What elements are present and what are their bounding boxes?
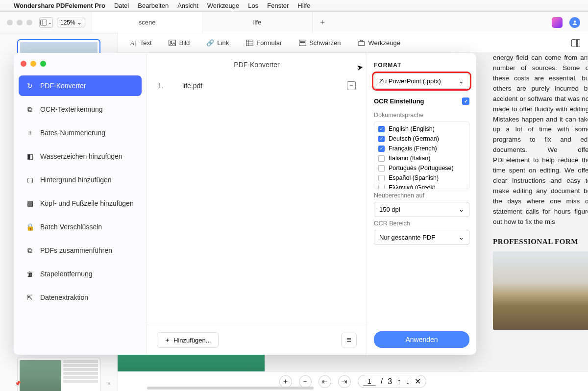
window-min-dot[interactable] (17, 20, 23, 25)
sidebar-item-wasser[interactable]: ◧Wasserzeichen hinzufügen (19, 146, 142, 167)
modal-minimize-button[interactable] (30, 61, 36, 67)
list-options-button[interactable]: ≡ (341, 333, 357, 347)
prev-page-button[interactable]: ↑ (397, 377, 401, 386)
tool-text[interactable]: A|Text (129, 39, 152, 47)
dpi-select[interactable]: 150 dpi⌄ (374, 202, 469, 217)
file-list: 1. life.pdf ☰ (147, 73, 367, 325)
menu-los[interactable]: Los (248, 2, 258, 9)
document-tabs: scene life ＋ (92, 12, 552, 33)
right-panel-toggle-icon[interactable] (571, 39, 580, 47)
page-sep: / (381, 377, 383, 386)
tool-bild[interactable]: Bild (169, 39, 190, 47)
horizontal-scrollbar[interactable] (147, 387, 314, 390)
sidebar-item-label: PDF-Konverter (40, 82, 86, 90)
tab-scene[interactable]: scene (92, 12, 202, 33)
next-page-button[interactable]: ↓ (406, 377, 410, 386)
sidebar-item-pdf-konverter[interactable]: ↻PDF-Konverter (19, 75, 142, 96)
app-name[interactable]: Wondershare PDFelement Pro (14, 2, 105, 9)
sidebar-item-hintergrund[interactable]: ▢Hintergrund hinzufügen (19, 170, 142, 190)
last-page-button[interactable]: ⇥ (338, 375, 351, 388)
zoom-in-button[interactable]: ＋ (279, 375, 292, 388)
redact-icon (298, 39, 306, 47)
language-option[interactable]: Español (Spanish) (377, 173, 466, 183)
ocr-range-select[interactable]: Nur gescannte PDF⌄ (374, 230, 469, 245)
chevron-down-icon: ⌄ (459, 234, 464, 241)
menu-datei[interactable]: Datei (114, 2, 129, 9)
language-option[interactable]: ✓Deutsch (German) (377, 134, 466, 144)
language-option[interactable]: Ελληνικά (Greek) (377, 183, 466, 189)
language-checkbox[interactable] (378, 165, 385, 171)
app-badge-icon[interactable] (552, 17, 563, 28)
add-file-button[interactable]: ＋ Hinzufügen... (157, 332, 219, 348)
window-close-dot[interactable] (7, 20, 13, 25)
modal-center: PDF-Konverter 1. life.pdf ☰ ＋ Hinzufügen… (147, 53, 367, 355)
language-option[interactable]: Português (Portuguese) (377, 163, 466, 173)
file-row-number: 1. (158, 82, 168, 90)
tool-werkzeuge[interactable]: Werkzeuge (358, 39, 401, 47)
mac-menubar: Wondershare PDFelement Pro Datei Bearbei… (0, 0, 588, 12)
language-checkbox[interactable]: ✓ (378, 126, 385, 132)
modal-sidebar: ↻PDF-Konverter⧉OCR-Texterkennung⌗Bates-N… (14, 53, 147, 355)
menu-bearbeiten[interactable]: Bearbeiten (138, 2, 169, 9)
apply-button[interactable]: Anwenden (374, 331, 469, 348)
language-checkbox[interactable] (378, 175, 385, 181)
language-option[interactable]: ✓Français (French) (377, 144, 466, 153)
add-tab-button[interactable]: ＋ (313, 12, 332, 33)
language-checkbox[interactable] (378, 185, 385, 190)
menu-werkzeuge[interactable]: Werkzeuge (207, 2, 240, 9)
file-row[interactable]: 1. life.pdf ☰ (158, 77, 356, 94)
zoom-select[interactable]: 125% ⌄ (57, 18, 85, 27)
collapse-sidebar-icon[interactable]: « (107, 381, 110, 386)
first-page-button[interactable]: ⇤ (318, 375, 331, 388)
sidebar-toggle-button[interactable]: ⌄ (39, 17, 53, 28)
sidebar-item-batch[interactable]: 🔒Batch Verschlüsseln (19, 217, 142, 237)
sidebar-item-label: OCR-Texterkennung (40, 105, 103, 113)
svg-rect-15 (358, 42, 365, 46)
page-thumbnail-2[interactable] (17, 358, 100, 391)
zoom-out-button[interactable]: － (299, 375, 312, 388)
sidebar-item-merge[interactable]: ⧉PDFs zusammenführen (19, 240, 142, 261)
language-list[interactable]: ✓English (English)✓Deutsch (German)✓Fran… (374, 122, 469, 189)
ocr-enable-checkbox[interactable]: ✓ (462, 98, 469, 105)
sidebar-item-stapel[interactable]: 🗑Stapelentfernung (19, 264, 142, 284)
document-lower-image (118, 352, 265, 371)
menu-hilfe[interactable]: Hilfe (297, 2, 310, 9)
sidebar-item-bates[interactable]: ⌗Bates-Nummerierung (19, 122, 142, 143)
language-checkbox[interactable]: ✓ (378, 136, 385, 142)
ocr-icon: ⧉ (25, 105, 34, 114)
modal-zoom-button[interactable] (40, 61, 46, 67)
form-icon (245, 39, 253, 47)
daten-icon: ⇱ (25, 293, 34, 302)
modal-close-button[interactable] (21, 61, 26, 67)
document-language-label: Dokumentsprache (374, 112, 469, 119)
tool-schwaerzen[interactable]: Schwärzen (298, 39, 341, 47)
sidebar-item-kopf[interactable]: ▤Kopf- und Fußzeile hinzufügen (19, 193, 142, 214)
window-max-dot[interactable] (26, 20, 32, 25)
menu-ansicht[interactable]: Ansicht (177, 2, 198, 9)
pin-sidebar-icon[interactable]: 📌 (15, 381, 21, 386)
language-option[interactable]: Italiano (Italian) (377, 153, 466, 163)
toolbox-icon (358, 39, 366, 47)
menu-fenster[interactable]: Fenster (267, 2, 289, 9)
language-label: Español (Spanish) (389, 174, 439, 181)
format-select[interactable]: Zu PowerPoint (.pptx) ⌄ (374, 73, 469, 89)
language-option[interactable]: ✓English (English) (377, 124, 466, 134)
tool-formular[interactable]: Formular (245, 39, 282, 47)
language-checkbox[interactable] (378, 155, 385, 162)
recalc-label: Neuberechnen auf (374, 192, 469, 199)
text-icon: A| (129, 39, 137, 47)
svg-rect-0 (41, 20, 47, 25)
sidebar-item-daten[interactable]: ⇱Datenextraktion (19, 287, 142, 308)
svg-point-8 (171, 41, 172, 43)
close-pager-button[interactable]: ✕ (415, 377, 421, 386)
sidebar-item-ocr[interactable]: ⧉OCR-Texterkennung (19, 99, 142, 120)
current-page-input[interactable] (363, 378, 376, 386)
image-icon (169, 39, 176, 47)
tab-life[interactable]: life (202, 12, 313, 33)
sidebar-item-label: Hintergrund hinzufügen (40, 176, 112, 184)
file-settings-icon[interactable]: ☰ (347, 81, 356, 90)
user-avatar-icon[interactable] (569, 17, 580, 28)
tool-link[interactable]: 🔗Link (206, 39, 229, 47)
window-traffic-lights (0, 20, 39, 25)
language-checkbox[interactable]: ✓ (378, 146, 385, 152)
